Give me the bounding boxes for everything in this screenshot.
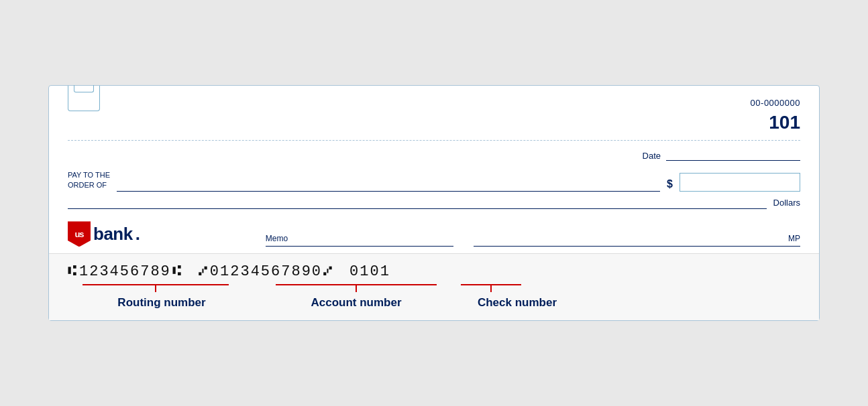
bank-dot: . bbox=[135, 224, 140, 245]
labels-row: Routing number Account number Check numb… bbox=[68, 292, 800, 320]
check-number-label: Check number bbox=[457, 296, 578, 310]
micr-routing-open: ⑆ bbox=[68, 263, 78, 280]
signature-line bbox=[474, 246, 800, 247]
memo-line bbox=[266, 246, 453, 247]
check-top-right: 00-0000000 101 bbox=[751, 98, 800, 133]
stub-icon bbox=[68, 86, 100, 111]
payee-line bbox=[117, 178, 660, 192]
micr-section: ⑆ 123456789 ⑆ ⑇ 01234567890 ⑇ 0101 bbox=[49, 253, 819, 320]
account-red-stem bbox=[356, 285, 357, 292]
micr-routing-close: ⑆ bbox=[172, 263, 182, 280]
indicator-bars bbox=[83, 284, 800, 292]
usbank-logo: us bank. bbox=[68, 221, 140, 247]
dollar-sign: $ bbox=[667, 178, 673, 192]
mp-label: MP bbox=[788, 234, 800, 243]
routing-red-stem bbox=[155, 285, 156, 292]
us-shield: us bbox=[68, 221, 91, 247]
check-top-strip: 00-0000000 101 bbox=[68, 98, 800, 141]
pay-row: PAY TO THE ORDER OF $ bbox=[68, 170, 800, 192]
account-label: Account number bbox=[256, 296, 457, 310]
amount-box bbox=[680, 173, 800, 192]
pay-to-label: PAY TO THE ORDER OF bbox=[68, 170, 110, 192]
routing-indicator bbox=[83, 284, 229, 292]
checknum-red-stem bbox=[490, 285, 492, 292]
check-image: 00-0000000 101 Date PAY TO THE ORDER OF … bbox=[48, 85, 820, 322]
routing-label: Routing number bbox=[68, 296, 256, 310]
micr-numbers: ⑆ 123456789 ⑆ ⑇ 01234567890 ⑇ 0101 bbox=[68, 263, 800, 284]
date-line bbox=[666, 149, 800, 161]
date-row: Date bbox=[68, 149, 800, 161]
dollars-row: Dollars bbox=[68, 196, 800, 209]
routing-fraction: 00-0000000 bbox=[751, 98, 800, 108]
dollars-line bbox=[68, 196, 767, 209]
dollars-label: Dollars bbox=[773, 198, 800, 209]
micr-account-close: ⑇ bbox=[323, 263, 333, 280]
account-indicator bbox=[276, 284, 437, 292]
micr-check-number: 0101 bbox=[349, 263, 390, 280]
checknum-indicator bbox=[461, 284, 521, 292]
check-number-top: 101 bbox=[769, 112, 800, 133]
micr-routing-number: 123456789 bbox=[79, 263, 171, 280]
micr-account-number: 01234567890 bbox=[210, 263, 322, 280]
bank-name: bank bbox=[93, 224, 133, 245]
memo-label: Memo bbox=[266, 234, 288, 243]
micr-account-open: ⑇ bbox=[199, 263, 209, 280]
date-label: Date bbox=[643, 151, 661, 161]
